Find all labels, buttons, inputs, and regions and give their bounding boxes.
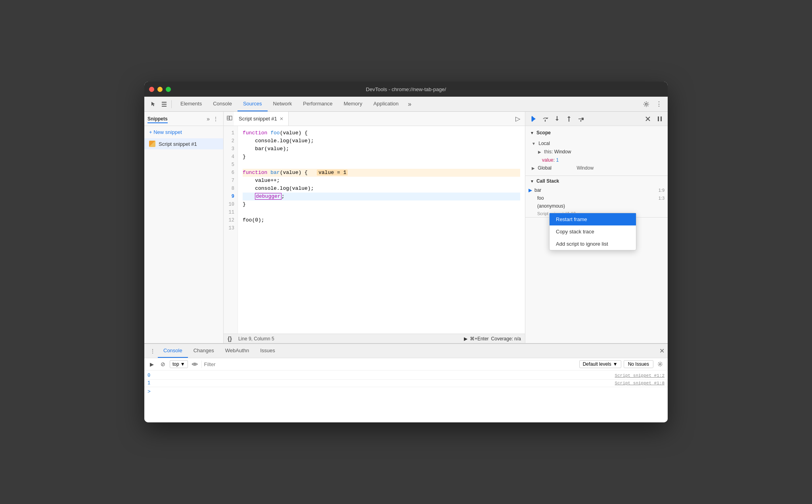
callstack-bar[interactable]: ▶ bar 1:9: [525, 186, 668, 194]
deactivate-btn[interactable]: [643, 114, 653, 124]
step-over-icon: [542, 115, 549, 122]
context-menu-restart-frame[interactable]: Restart frame: [550, 213, 636, 225]
editor-back-btn[interactable]: [225, 114, 234, 124]
context-menu: Restart frame Copy stack trace Add scrip…: [549, 213, 636, 250]
console-eye-btn[interactable]: [190, 360, 199, 368]
step-into-btn[interactable]: [552, 114, 562, 124]
settings-btn[interactable]: [641, 99, 652, 110]
this-item[interactable]: ▶ this: Window: [538, 148, 661, 156]
scope-arrow: ▼: [530, 131, 534, 135]
resume-icon: [530, 115, 537, 122]
sidebar: Snippets » ⋮ + New snippet Script snippe…: [144, 112, 224, 343]
tab-elements[interactable]: Elements: [175, 97, 207, 111]
run-arrow[interactable]: ▶: [464, 336, 467, 342]
console-block-btn[interactable]: ⊘: [159, 360, 167, 368]
traffic-lights: [149, 87, 171, 92]
console-levels-selector[interactable]: Default levels ▼: [579, 360, 621, 368]
sidebar-more-icon-btn[interactable]: »: [205, 115, 211, 123]
console-source-1[interactable]: Script snippet #1:8: [615, 381, 665, 386]
context-menu-copy-trace[interactable]: Copy stack trace: [550, 225, 636, 238]
bottom-close-btn[interactable]: ✕: [659, 347, 665, 355]
global-scope[interactable]: ▶ Global Window: [532, 164, 661, 172]
close-button[interactable]: [149, 87, 154, 92]
console-filter-input[interactable]: [201, 361, 577, 368]
scope-header[interactable]: ▼ Scope: [525, 128, 668, 138]
tab-sources[interactable]: Sources: [237, 97, 268, 111]
maximize-button[interactable]: [166, 87, 171, 92]
editor-tab-label: Script snippet #1: [239, 116, 277, 122]
console-settings-btn[interactable]: [656, 360, 665, 368]
editor-run-btn[interactable]: ▷: [512, 113, 523, 124]
context-menu-add-ignore[interactable]: Add script to ignore list: [550, 238, 636, 250]
more-options-btn[interactable]: ⋮: [653, 99, 665, 110]
console-row-1: 1 Script snippet #1:8: [144, 380, 668, 387]
window-title: DevTools - chrome://new-tab-page/: [366, 86, 446, 92]
tab-performance[interactable]: Performance: [297, 97, 338, 111]
bottom-tab-webauthn[interactable]: WebAuthn: [220, 344, 255, 358]
callstack-title: Call Stack: [536, 178, 559, 184]
svg-point-23: [194, 363, 195, 365]
console-run-btn[interactable]: ▶: [147, 360, 156, 368]
sidebar-header: Snippets » ⋮: [144, 112, 223, 126]
tab-application[interactable]: Application: [368, 97, 404, 111]
svg-point-24: [659, 363, 661, 365]
code-content[interactable]: function foo(value) { console.log(value)…: [238, 126, 525, 334]
code-line-8: console.log(value);: [243, 185, 520, 193]
bottom-tab-menu-btn[interactable]: ⋮: [147, 346, 158, 356]
step-out-btn[interactable]: [564, 114, 574, 124]
tab-console[interactable]: Console: [207, 97, 237, 111]
bottom-panel: ⋮ Console Changes WebAuthn Issues ✕ ▶ ⊘ …: [144, 343, 668, 422]
editor-tab-close[interactable]: ✕: [280, 116, 283, 122]
step-over-btn[interactable]: [540, 114, 550, 124]
active-editor-tab[interactable]: Script snippet #1 ✕: [234, 112, 289, 126]
drawer-icon-btn[interactable]: [159, 99, 170, 110]
sidebar-kebab-btn[interactable]: ⋮: [211, 115, 220, 123]
right-panel: ▼ Scope ▼ Local ▶ this: Window: [525, 112, 668, 343]
callstack-header[interactable]: ▼ Call Stack: [525, 176, 668, 186]
snippet-file-icon: [149, 141, 155, 147]
svg-rect-22: [661, 116, 662, 121]
value-item[interactable]: value: 1: [538, 156, 661, 164]
tab-network[interactable]: Network: [268, 97, 298, 111]
toolbar-divider: [171, 100, 172, 108]
svg-marker-13: [555, 119, 559, 121]
step-into-icon: [553, 115, 561, 122]
console-source-0[interactable]: Script snippet #1:2: [615, 373, 665, 378]
code-area: 1 2 3 4 5 6 7 8 9 10 11 12 13 function f…: [224, 126, 525, 334]
bottom-tab-issues[interactable]: Issues: [255, 344, 281, 358]
pause-btn[interactable]: [655, 114, 665, 124]
snippet-name: Script snippet #1: [159, 141, 197, 147]
code-line-7: value++;: [243, 177, 520, 185]
minimize-button[interactable]: [157, 87, 163, 92]
console-top-selector[interactable]: top ▼: [170, 360, 188, 368]
step-out-icon: [565, 115, 573, 122]
callstack-foo[interactable]: foo 1:3: [525, 194, 668, 202]
svg-rect-5: [230, 116, 232, 120]
callstack-section: ▼ Call Stack ▶ bar 1:9 foo 1:3: [525, 176, 668, 218]
more-tabs-btn[interactable]: »: [404, 99, 415, 110]
title-bar: DevTools - chrome://new-tab-page/: [144, 82, 668, 97]
console-toolbar: ▶ ⊘ top ▼ Default levels ▼ No Issues: [144, 358, 668, 370]
console-content: 0 Script snippet #1:2 1 Script snippet #…: [144, 370, 668, 422]
console-value-1: 1: [147, 380, 159, 386]
cursor-icon-btn[interactable]: [147, 99, 159, 110]
resume-btn[interactable]: [529, 114, 538, 124]
console-prompt[interactable]: >: [144, 387, 668, 396]
tab-memory[interactable]: Memory: [338, 97, 368, 111]
local-scope[interactable]: ▼ Local: [532, 139, 661, 148]
tab-nav: Elements Console Sources Network Perform…: [175, 97, 415, 111]
top-toolbar: Elements Console Sources Network Perform…: [144, 97, 668, 112]
snippet-item[interactable]: Script snippet #1: [144, 138, 223, 149]
callstack-anon[interactable]: (anonymous): [525, 202, 668, 210]
bottom-tab-changes[interactable]: Changes: [188, 344, 220, 358]
step-btn[interactable]: [576, 114, 586, 124]
console-value-0: 0: [147, 373, 159, 378]
bottom-tab-console[interactable]: Console: [158, 344, 188, 358]
code-line-13: [243, 224, 520, 232]
pause-icon: [656, 115, 663, 122]
callstack-arrow-icon: ▼: [530, 179, 534, 183]
editor-tabs: Script snippet #1 ✕ ▷: [224, 112, 525, 126]
new-snippet-button[interactable]: + New snippet: [144, 126, 223, 138]
format-btn[interactable]: {}: [228, 336, 232, 342]
back-icon: [227, 115, 232, 121]
